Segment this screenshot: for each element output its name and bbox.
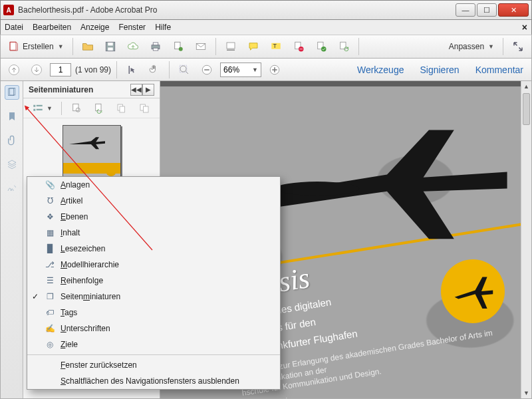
toolbar-primary: Erstellen ▼ T Anpassen ▼ (0, 35, 532, 59)
menu-item-anlagen[interactable]: 📎Anlagen (27, 177, 280, 193)
printer-icon (150, 41, 162, 53)
panel-refresh-button[interactable] (90, 101, 108, 116)
page-count-label: (1 von 99) (75, 65, 111, 74)
menu-item-ebenen[interactable]: ❖Ebenen (27, 209, 280, 225)
chevron-down-icon: ▼ (58, 43, 64, 50)
hand-tool-button[interactable] (145, 61, 164, 78)
open-button[interactable] (78, 38, 97, 55)
vertical-scrollbar[interactable]: ▲ ▼ (521, 81, 531, 398)
scroll-down-button[interactable]: ▼ (521, 388, 531, 398)
signatures-icon: ✍ (45, 323, 55, 334)
minimize-button[interactable]: — (456, 3, 475, 17)
copy-icon (116, 102, 128, 114)
share-button[interactable] (169, 38, 188, 55)
marquee-zoom-icon (178, 64, 190, 76)
menu-bar: Datei Bearbeiten Anzeige Fenster Hilfe × (0, 20, 532, 35)
nav-attachments-icon[interactable] (5, 133, 19, 148)
svg-point-38 (275, 182, 359, 196)
tools-link[interactable]: Werkzeuge (353, 62, 408, 78)
expand-button[interactable] (509, 37, 527, 56)
cloud-up-icon (127, 41, 139, 53)
pdf-share-icon (172, 41, 184, 53)
separator (72, 38, 73, 55)
zoom-input[interactable]: 66% ▼ (220, 63, 261, 77)
scroll-thumb[interactable] (523, 93, 530, 125)
create-button[interactable]: Erstellen ▼ (5, 38, 67, 55)
svg-rect-27 (33, 104, 35, 106)
separator (169, 61, 170, 78)
menu-item-modellhierarchie[interactable]: ⎇Modellhierarchie (27, 257, 280, 273)
page-up-button[interactable] (5, 61, 23, 78)
menu-item-reset[interactable]: Fenster zurücksetzen (27, 357, 280, 373)
nav-signatures-icon[interactable] (5, 181, 19, 196)
nav-layers-icon[interactable] (5, 157, 19, 172)
menu-item-tags[interactable]: 🏷Tags (27, 305, 280, 321)
nav-bookmarks-icon[interactable] (5, 109, 19, 124)
save-button[interactable] (101, 38, 120, 55)
menu-item-seitenminiaturen[interactable]: ✓❐Seitenminiaturen (27, 289, 280, 305)
close-button[interactable]: ✕ (498, 3, 529, 17)
chevron-down-icon: ▼ (47, 105, 53, 112)
svg-rect-10 (227, 43, 235, 49)
menu-anzeige[interactable]: Anzeige (80, 23, 109, 32)
menu-item-lesezeichen[interactable]: ▉Lesezeichen (27, 241, 280, 257)
separator (215, 38, 216, 55)
content-icon: ▦ (45, 227, 55, 238)
floppy-icon (104, 41, 116, 53)
panel-prev-button[interactable]: ◀◀ (130, 84, 142, 96)
menu-item-hide-nav-buttons[interactable]: Schaltflächen des Navigationsfensters au… (27, 373, 280, 389)
svg-rect-5 (153, 43, 158, 45)
menu-datei[interactable]: Datei (5, 23, 23, 32)
check-icon (315, 41, 327, 53)
menu-item-ziele[interactable]: ◎Ziele (27, 336, 280, 352)
airplane-badge (441, 259, 505, 323)
select-tool-button[interactable] (122, 61, 141, 78)
panel-copy-button[interactable] (112, 101, 131, 116)
panel-options-button[interactable]: ▼ (29, 101, 56, 116)
page-down-button[interactable] (27, 61, 46, 78)
delete-pdf-button[interactable] (289, 38, 308, 55)
comment-link[interactable]: Kommentar (471, 62, 527, 78)
highlight-button[interactable]: T (267, 38, 285, 55)
scan-button[interactable] (221, 38, 240, 55)
customize-button[interactable]: Anpassen ▼ (443, 38, 497, 55)
page-number-input[interactable] (50, 63, 71, 76)
pdf-check-button[interactable] (312, 38, 331, 55)
svg-rect-26 (9, 88, 15, 95)
swap-icon (338, 41, 350, 53)
menu-item-unterschriften[interactable]: ✍Unterschriften (27, 321, 280, 336)
sign-link[interactable]: Signieren (416, 62, 463, 78)
nav-thumbnails-icon[interactable] (5, 85, 19, 100)
zoom-in-button[interactable] (265, 61, 284, 78)
layers-icon: ❖ (45, 211, 55, 222)
panel-duplicate-button[interactable] (135, 101, 154, 116)
page-refresh-icon (93, 102, 105, 114)
thumbnails-icon: ❐ (45, 291, 55, 302)
email-button[interactable] (192, 38, 210, 55)
menu-item-reihenfolge[interactable]: ☰Reihenfolge (27, 273, 280, 289)
panel-next-button[interactable]: ▶ (142, 84, 154, 96)
duplicate-icon (138, 102, 150, 114)
airplane-badge-icon (449, 267, 497, 315)
scroll-up-button[interactable]: ▲ (521, 81, 531, 92)
maximize-button[interactable]: ☐ (477, 3, 497, 17)
svg-rect-31 (73, 104, 78, 111)
panel-inspect-button[interactable] (67, 101, 86, 116)
zoom-value: 66% (223, 65, 239, 74)
toolbar-secondary: (1 von 99) 66% ▼ Werkzeuge Signieren Kom… (0, 59, 532, 81)
comment-cloud-button[interactable] (244, 38, 263, 55)
print-button[interactable] (146, 38, 165, 55)
cloud-button[interactable] (124, 38, 142, 55)
svg-rect-25 (8, 88, 13, 96)
menu-item-artikel[interactable]: ℧Artikel (27, 193, 280, 209)
svg-rect-6 (153, 48, 158, 51)
menu-fenster[interactable]: Fenster (118, 23, 146, 32)
menu-hilfe[interactable]: Hilfe (155, 23, 171, 32)
menu-bearbeiten[interactable]: Bearbeiten (33, 23, 71, 32)
separator (116, 61, 117, 78)
menu-item-inhalt[interactable]: ▦Inhalt (27, 225, 280, 241)
pdf-swap-button[interactable] (334, 38, 353, 55)
menubar-close-icon[interactable]: × (522, 22, 527, 33)
marquee-zoom-button[interactable] (175, 61, 194, 78)
zoom-out-button[interactable] (198, 61, 216, 78)
